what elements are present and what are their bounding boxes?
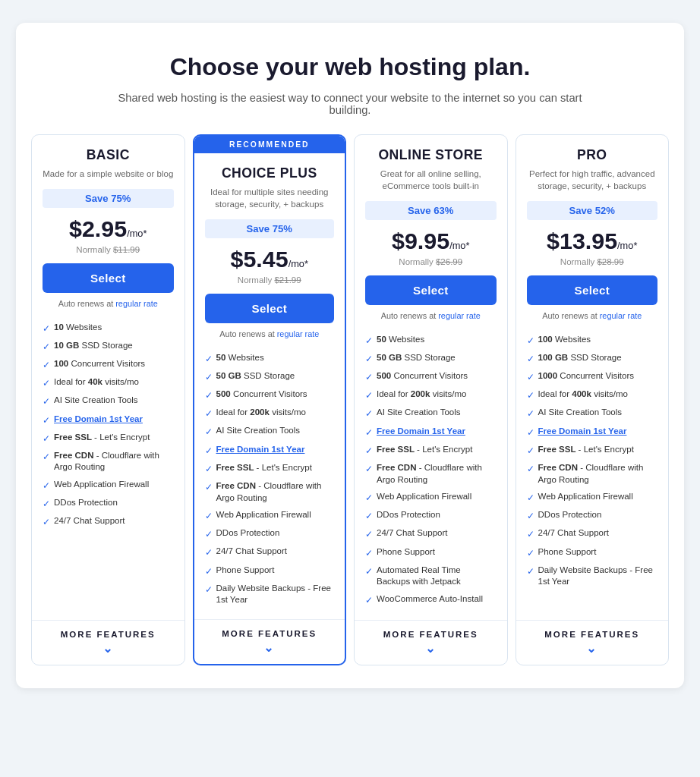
select-button-pro[interactable]: Select: [527, 275, 658, 305]
feature-item: ✓AI Site Creation Tools: [527, 404, 658, 423]
save-badge: Save 63%: [365, 201, 497, 220]
check-icon: ✓: [43, 377, 50, 389]
check-icon: ✓: [205, 565, 213, 577]
price-main: $2.95: [69, 215, 127, 241]
feature-text: 24/7 Chat Support: [377, 527, 447, 539]
price-period: /mo*: [617, 240, 637, 251]
feature-text: Free SSL - Let's Encrypt: [538, 444, 634, 456]
feature-item: ✓DDos Protection: [527, 507, 658, 525]
page-header: Choose your web hosting plan. Shared web…: [31, 53, 669, 116]
price-row: $9.95/mo*: [365, 228, 497, 254]
features-list: ✓50 Websites✓50 GB SSD Storage✓500 Concu…: [205, 349, 335, 609]
feature-item: ✓AI Site Creation Tools: [43, 392, 174, 411]
check-icon: ✓: [527, 407, 534, 420]
check-icon: ✓: [527, 389, 534, 401]
features-list: ✓100 Websites✓100 GB SSD Storage✓1000 Co…: [527, 331, 658, 609]
check-icon: ✓: [527, 335, 534, 347]
check-icon: ✓: [43, 395, 50, 407]
feature-item: ✓50 Websites: [205, 349, 335, 367]
auto-renews: Auto renews at regular rate: [43, 299, 174, 308]
check-icon: ✓: [365, 389, 373, 401]
feature-text: AI Site Creation Tools: [216, 425, 301, 437]
feature-text: Ideal for 200k visits/mo: [377, 388, 466, 401]
select-button-basic[interactable]: Select: [43, 263, 174, 293]
check-icon: ✓: [205, 463, 213, 475]
check-icon: ✓: [365, 510, 373, 522]
select-button-online-store[interactable]: Select: [365, 275, 497, 305]
check-icon: ✓: [365, 371, 373, 383]
feature-text: Free CDN - Cloudflare with Argo Routing: [377, 462, 497, 486]
check-icon: ✓: [365, 426, 373, 439]
feature-text: Daily Website Backups - Free 1st Year: [216, 583, 335, 606]
plan-card-basic: BASICMade for a simple website or blogSa…: [31, 134, 185, 665]
select-button-choice-plus[interactable]: Select: [205, 294, 335, 323]
feature-item: ✓Phone Support: [205, 562, 335, 580]
feature-item: ✓Automated Real Time Backups with Jetpac…: [365, 562, 497, 590]
price-main: $5.45: [231, 246, 289, 272]
regular-rate-link[interactable]: regular rate: [277, 329, 320, 338]
check-icon: ✓: [205, 481, 213, 493]
recommended-badge: RECOMMENDED: [194, 136, 345, 153]
price-row: $2.95/mo*: [43, 215, 174, 242]
price-period: /mo*: [127, 228, 147, 239]
feature-item: ✓Ideal for 40k visits/mo: [43, 374, 174, 392]
price-period: /mo*: [289, 258, 308, 269]
feature-text: DDos Protection: [538, 509, 602, 521]
check-icon: ✓: [205, 426, 213, 438]
price-period: /mo*: [449, 240, 469, 251]
feature-text: 10 GB SSD Storage: [54, 340, 133, 352]
check-icon: ✓: [205, 445, 213, 457]
price-main: $13.95: [547, 228, 617, 253]
feature-text: 1000 Concurrent Visitors: [538, 370, 635, 382]
save-badge: Save 52%: [527, 201, 658, 220]
feature-link[interactable]: Free Domain 1st Year: [54, 414, 143, 426]
feature-text: WooCommerce Auto-Install: [377, 593, 483, 606]
feature-item: ✓Web Application Firewall: [527, 489, 658, 507]
price-normal: Normally $21.99: [205, 275, 335, 285]
feature-link[interactable]: Free Domain 1st Year: [538, 426, 627, 438]
more-features-label: MORE FEATURES: [383, 630, 478, 639]
plan-body: ONLINE STOREGreat for all online selling…: [355, 135, 507, 609]
feature-text: AI Site Creation Tools: [377, 407, 461, 419]
check-icon: ✓: [43, 322, 50, 335]
check-icon: ✓: [527, 371, 534, 383]
auto-renews: Auto renews at regular rate: [205, 329, 335, 338]
plan-footer: MORE FEATURES ⌄: [32, 620, 184, 665]
feature-text: 50 GB SSD Storage: [216, 370, 295, 382]
feature-text: Ideal for 200k visits/mo: [216, 407, 306, 419]
regular-rate-link[interactable]: regular rate: [115, 299, 158, 308]
price-main: $9.95: [392, 228, 449, 253]
feature-item: ✓Free Domain 1st Year: [527, 423, 658, 441]
chevron-down-icon: ⌄: [425, 641, 437, 656]
plan-name: ONLINE STORE: [365, 147, 497, 163]
more-features-button-pro[interactable]: MORE FEATURES ⌄: [527, 630, 658, 656]
check-icon: ✓: [527, 510, 534, 522]
check-icon: ✓: [205, 528, 213, 540]
feature-text: 24/7 Chat Support: [538, 527, 609, 539]
feature-text: 500 Concurrent Visitors: [216, 388, 307, 401]
plan-body: CHOICE PLUSIdeal for multiple sites need…: [194, 153, 345, 609]
more-features-button-basic[interactable]: MORE FEATURES ⌄: [43, 630, 174, 656]
feature-text: Ideal for 40k visits/mo: [54, 376, 139, 388]
regular-rate-link[interactable]: regular rate: [600, 311, 642, 320]
page-wrapper: Choose your web hosting plan. Shared web…: [16, 23, 684, 688]
auto-renews: Auto renews at regular rate: [365, 311, 497, 320]
feature-text: Free SSL - Let's Encrypt: [377, 444, 472, 456]
plan-name: PRO: [527, 147, 658, 163]
check-icon: ✓: [365, 547, 373, 559]
save-badge: Save 75%: [43, 189, 174, 208]
feature-link[interactable]: Free Domain 1st Year: [377, 426, 465, 438]
plan-card-pro: PROPerfect for high traffic, advanced st…: [516, 134, 670, 665]
check-icon: ✓: [527, 528, 534, 540]
more-features-button-online-store[interactable]: MORE FEATURES ⌄: [365, 630, 497, 656]
feature-item: ✓AI Site Creation Tools: [365, 404, 497, 423]
feature-item: ✓DDos Protection: [365, 507, 497, 525]
regular-rate-link[interactable]: regular rate: [438, 311, 481, 320]
more-features-button-choice-plus[interactable]: MORE FEATURES ⌄: [205, 629, 335, 655]
feature-link[interactable]: Free Domain 1st Year: [216, 444, 305, 456]
feature-text: 50 Websites: [377, 334, 424, 346]
check-icon: ✓: [43, 359, 50, 371]
feature-item: ✓50 Websites: [365, 331, 497, 349]
feature-item: ✓Free Domain 1st Year: [43, 411, 174, 429]
feature-text: AI Site Creation Tools: [54, 395, 138, 407]
